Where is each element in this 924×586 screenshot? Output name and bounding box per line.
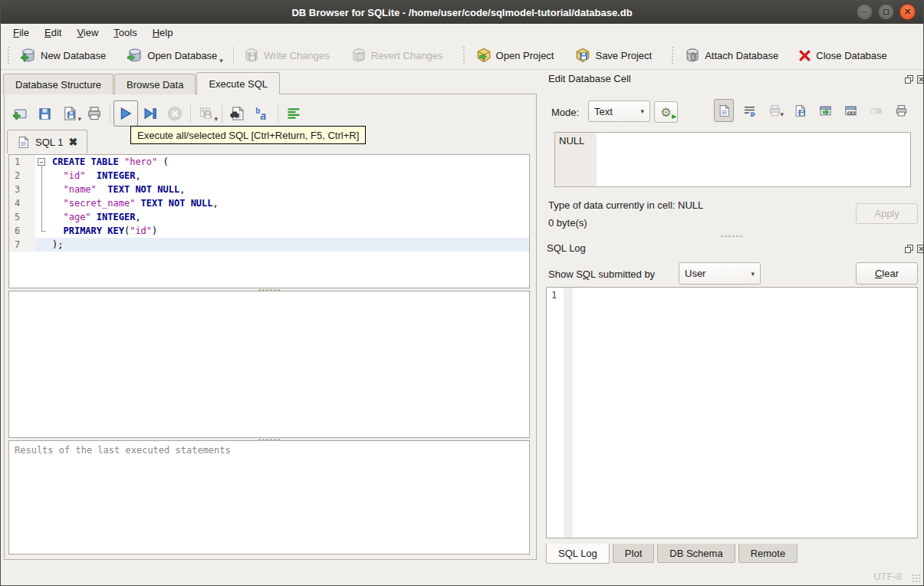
import-from-file-button: ▾ (765, 99, 784, 122)
clear-log-button[interactable]: Clear (856, 262, 918, 285)
attach-database-button[interactable]: Attach Database (678, 44, 785, 67)
sql-toolbar: ▾ ▾ (8, 99, 306, 128)
set-null-icon (870, 104, 883, 117)
fold-collapse-icon[interactable]: − (38, 158, 45, 166)
auto-complete-button[interactable] (250, 100, 275, 127)
close-panel-icon[interactable] (916, 74, 924, 84)
log-line-number: 1 (547, 288, 564, 538)
open-sql-tab-button[interactable] (8, 100, 33, 127)
execute-line-button[interactable] (138, 100, 163, 127)
line-number: 6 (9, 224, 35, 238)
stop-execution-button (163, 100, 187, 127)
sql-log-title: SQL Log (547, 242, 586, 254)
sql-log-area[interactable]: 1 (546, 287, 918, 538)
code-text: "age" INTEGER, (49, 210, 529, 224)
close-database-button[interactable]: Close Database (791, 44, 894, 67)
titlebar[interactable]: DB Browser for SQLite - /home/user/code/… (1, 1, 923, 24)
open-project-button[interactable]: Open Project (469, 44, 561, 67)
mode-combobox[interactable]: Text▾ (588, 100, 650, 122)
find-in-sql-button[interactable] (225, 100, 250, 127)
print-sql-button[interactable] (82, 100, 107, 127)
save-sql-file-button[interactable]: ▾ (58, 100, 82, 127)
main-tabbar: Database Structure Browse Data Execute S… (3, 72, 281, 94)
fold-margin[interactable]: − (35, 155, 49, 169)
code-text: CREATE TABLE "hero" ( (49, 155, 529, 169)
menu-help[interactable]: Help (145, 25, 181, 40)
open-database-button[interactable]: Open Database ▾ (120, 44, 230, 67)
open-project-icon (476, 48, 492, 63)
sql-editor-tab[interactable]: SQL 1 ✖ (7, 130, 87, 153)
fold-margin (35, 210, 49, 224)
dock-tab-db-schema[interactable]: DB Schema (657, 544, 735, 563)
cell-editor-toolbar: ▾ (714, 99, 911, 122)
messages-pane[interactable]: Results of the last executed statements (8, 440, 530, 555)
cell-null-value: NULL (559, 135, 584, 146)
link-icon (844, 104, 857, 117)
close-sql-tab-icon[interactable]: ✖ (68, 136, 77, 148)
sql-editor[interactable]: 1−CREATE TABLE "hero" (2 "id" INTEGER,3 … (8, 154, 530, 288)
word-wrap-button[interactable] (739, 99, 759, 122)
new-database-button[interactable]: New Database (14, 44, 113, 67)
execute-all-button[interactable] (113, 100, 138, 127)
editor-line[interactable]: 7); (9, 238, 529, 252)
editor-line[interactable]: 4 "secret_name" TEXT NOT NULL, (9, 196, 529, 210)
auto-switch-mode-button[interactable]: ⚙▸ (654, 101, 678, 123)
menu-file[interactable]: File (5, 25, 37, 40)
open-sql-file-button[interactable] (33, 100, 58, 127)
toolbar-grip[interactable] (7, 46, 11, 64)
export-to-file-button[interactable] (790, 99, 810, 122)
float-panel-icon[interactable] (904, 74, 914, 84)
window-close-button[interactable]: ✕ (899, 4, 916, 20)
format-sql-button[interactable] (281, 100, 306, 127)
toolbar-grip[interactable] (462, 46, 466, 64)
menu-view[interactable]: View (69, 25, 106, 40)
tab-browse-data[interactable]: Browse Data (114, 74, 196, 94)
save-project-button[interactable]: Save Project (568, 44, 659, 67)
editor-line[interactable]: 2 "id" INTEGER, (9, 169, 529, 183)
menubar: File Edit View Tools Help (1, 24, 923, 41)
dock-tab-sql-log[interactable]: SQL Log (546, 544, 610, 564)
window-maximize-button[interactable] (878, 4, 894, 20)
menu-edit[interactable]: Edit (37, 25, 69, 40)
dock-splitter[interactable] (720, 235, 743, 238)
cell-size-text: 0 byte(s) (548, 217, 587, 229)
menu-tools[interactable]: Tools (106, 25, 144, 40)
resize-grip[interactable] (912, 574, 921, 583)
tab-database-structure[interactable]: Database Structure (3, 74, 113, 94)
editor-line[interactable]: 5 "age" INTEGER, (9, 210, 529, 224)
sql-log-dock-buttons (904, 244, 924, 254)
printer-icon (895, 104, 908, 117)
open-database-menu-caret[interactable]: ▾ (219, 57, 223, 64)
open-external-button[interactable] (815, 99, 835, 122)
close-panel-icon[interactable] (916, 244, 924, 254)
log-filter-combobox[interactable]: User▾ (679, 262, 761, 285)
gear-icon: ⚙▸ (660, 105, 671, 120)
stop-icon (167, 106, 182, 121)
cell-editor-area[interactable]: NULL (554, 132, 911, 187)
dock-tab-plot[interactable]: Plot (613, 544, 654, 563)
editor-line[interactable]: 3 "name" TEXT NOT NULL, (9, 183, 529, 196)
results-grid-pane[interactable] (8, 291, 530, 438)
editor-line[interactable]: 6 PRIMARY KEY("id") (9, 224, 529, 238)
print-cell-button[interactable] (891, 99, 911, 122)
main-toolbar: New Database Open Database ▾ Write Chang… (1, 41, 923, 70)
float-panel-icon[interactable] (904, 244, 914, 254)
open-external-icon (819, 104, 832, 117)
word-wrap-icon (743, 104, 756, 117)
write-changes-button: Write Changes (237, 44, 337, 67)
text-mode-button[interactable] (714, 99, 734, 122)
find-icon (230, 106, 245, 121)
editor-line[interactable]: 1−CREATE TABLE "hero" ( (9, 155, 529, 169)
code-text: "id" INTEGER, (49, 169, 529, 183)
copy-link-button[interactable] (840, 99, 860, 122)
new-tab-icon (13, 106, 28, 121)
tab-execute-sql[interactable]: Execute SQL (196, 72, 280, 94)
toolbar-grip[interactable] (671, 46, 675, 64)
write-changes-icon (244, 48, 259, 63)
line-number: 7 (9, 238, 35, 252)
dock-tab-remote[interactable]: Remote (738, 544, 798, 563)
set-null-button (866, 99, 886, 122)
messages-placeholder: Results of the last executed statements (15, 445, 231, 456)
encoding-indicator: UTF-8 (873, 571, 902, 582)
window-minimize-button[interactable]: − (857, 4, 873, 20)
